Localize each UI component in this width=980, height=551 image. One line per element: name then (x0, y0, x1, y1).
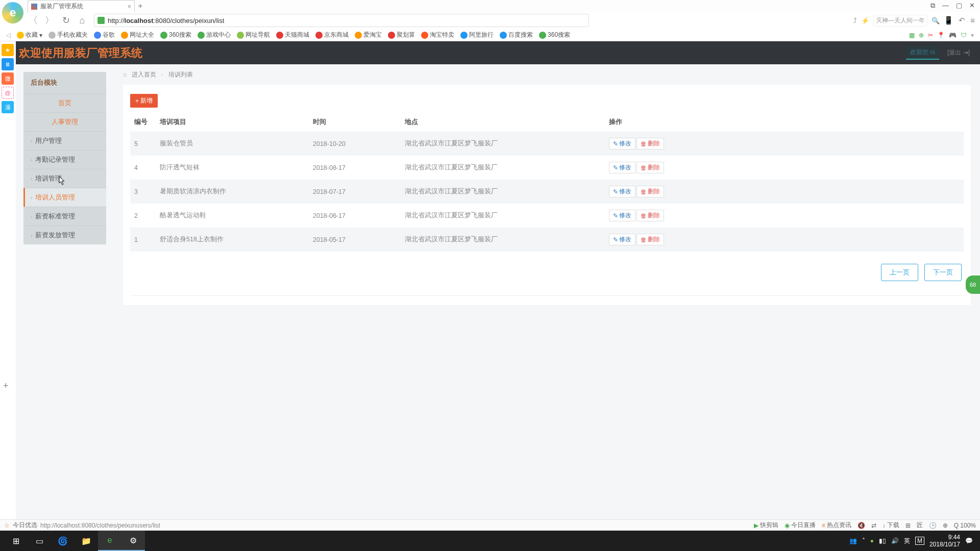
status-toggle-icon[interactable]: ⇄ (871, 522, 876, 529)
taskbar-gear-icon[interactable]: ⚙ (121, 531, 145, 551)
delete-button[interactable]: 🗑删除 (636, 162, 664, 173)
bookmark-google[interactable]: 谷歌 (94, 31, 115, 39)
status-live[interactable]: ◉今日直播 (785, 521, 816, 530)
sidebar-item-hr[interactable]: 人事管理 (23, 112, 106, 131)
new-tab-button[interactable]: + (135, 2, 146, 11)
side-doc-icon[interactable]: 🗎 (2, 58, 14, 70)
status-news[interactable]: ≡热点资讯 (822, 521, 851, 530)
delete-button[interactable]: 🗑删除 (636, 210, 664, 221)
ext-plus-icon[interactable]: ⊕ (919, 32, 924, 39)
bookmark-aitaobao[interactable]: 爱淘宝 (355, 31, 382, 39)
status-craft-icon[interactable]: 匠 (917, 521, 923, 530)
ext-more-icon[interactable]: ▾ (971, 32, 974, 39)
bookmark-alitrip[interactable]: 阿里旅行 (460, 31, 494, 39)
delete-button[interactable]: 🗑删除 (636, 234, 664, 245)
window-minimize-icon[interactable]: — (942, 2, 949, 10)
taskbar-spiral-icon[interactable]: 🌀 (51, 531, 75, 551)
search-icon[interactable]: 🔍 (932, 17, 940, 24)
status-grid-icon[interactable]: ⊞ (905, 522, 911, 529)
browser-tab[interactable]: 服装厂管理系统 × (28, 0, 135, 12)
status-clip[interactable]: ▶快剪辑 (754, 521, 778, 530)
bookmark-taobao[interactable]: 淘宝特卖 (421, 31, 454, 39)
bookmark-sites[interactable]: 网址大全 (121, 31, 154, 39)
delete-button[interactable]: 🗑删除 (636, 138, 664, 149)
bookmark-mobile[interactable]: 手机收藏夹 (48, 31, 88, 39)
start-button[interactable]: ⊞ (4, 531, 28, 551)
bookmark-360[interactable]: 360搜索 (160, 31, 191, 39)
edit-button[interactable]: ✎修改 (609, 186, 635, 197)
edit-button[interactable]: ✎修改 (609, 162, 635, 173)
tray-keyboard-icon[interactable]: M (915, 537, 924, 545)
mobile-icon[interactable]: 📱 (944, 16, 953, 25)
tray-volume-icon[interactable]: 🔊 (891, 537, 899, 544)
taskbar-clock[interactable]: 9:44 2018/10/17 (929, 534, 960, 548)
sidebar-item-home[interactable]: 首页 (23, 93, 106, 112)
status-clock-icon[interactable]: 🕒 (929, 522, 937, 529)
tray-sync-icon[interactable]: ● (870, 537, 874, 544)
nav-back-icon[interactable]: 〈 (29, 14, 38, 27)
logout-link[interactable]: [退出 ⇥] (947, 48, 970, 57)
search-input[interactable]: 灭神—天人间一年 (873, 15, 927, 27)
bookmark-tmall[interactable]: 天猫商城 (276, 31, 309, 39)
tray-people-icon[interactable]: 👥 (849, 537, 857, 544)
window-pip-icon[interactable]: ⧉ (930, 2, 935, 10)
bookmark-nav[interactable]: 网址导航 (237, 31, 270, 39)
window-maximize-icon[interactable]: ▢ (956, 2, 962, 10)
tray-notifications-icon[interactable]: 💬 (965, 537, 973, 544)
status-zoom[interactable]: Q 100% (954, 522, 976, 529)
ext-game-icon[interactable]: 🎮 (949, 32, 957, 39)
ext-book-icon[interactable]: ▦ (909, 32, 915, 39)
breadcrumb-home-link[interactable]: 进入首页 (132, 70, 156, 79)
undo-icon[interactable]: ↶ (959, 16, 965, 25)
side-comic-icon[interactable]: 漫 (2, 101, 14, 113)
side-at-icon[interactable]: @ (2, 87, 14, 99)
bookmark-games[interactable]: 游戏中心 (198, 31, 231, 39)
tab-close-icon[interactable]: × (128, 3, 131, 10)
sidebar-item-users[interactable]: ›用户管理 (23, 131, 106, 150)
bookmark-fav[interactable]: 收藏 ▾ (17, 31, 42, 39)
cell-loc: 湖北省武汉市江夏区梦飞服装厂 (401, 156, 605, 180)
sidebar-item-salary-std[interactable]: ›薪资标准管理 (23, 207, 106, 226)
window-close-icon[interactable]: ✕ (969, 2, 975, 10)
edit-button[interactable]: ✎修改 (609, 234, 635, 245)
bookmark-360b[interactable]: 360搜索 (539, 31, 570, 39)
edit-button[interactable]: ✎修改 (609, 210, 635, 221)
bookmark-jd[interactable]: 京东商城 (315, 31, 349, 39)
share-icon[interactable]: ⤴ (853, 17, 857, 24)
ext-shield-icon[interactable]: 🛡 (961, 32, 967, 39)
bookmark-baidu[interactable]: 百度搜索 (500, 31, 533, 39)
nav-forward-icon[interactable]: 〉 (45, 14, 54, 27)
taskview-button[interactable]: ▭ (28, 531, 51, 551)
float-badge[interactable]: 68 (966, 276, 980, 294)
menu-icon[interactable]: ≡ (970, 16, 975, 25)
next-page-button[interactable]: 下一页 (924, 264, 962, 281)
ext-cut-icon[interactable]: ✂ (928, 32, 933, 39)
sidebar-item-salary-pay[interactable]: ›薪资发放管理 (23, 226, 106, 244)
taskbar-explorer-icon[interactable]: 📁 (75, 531, 98, 551)
bookmark-prev-icon[interactable]: ◁ (6, 32, 11, 39)
sidebar-item-training[interactable]: ›培训管理 (23, 169, 106, 188)
status-left-label[interactable]: 今日优选 (13, 521, 37, 530)
ext-pin-icon[interactable]: 📍 (937, 32, 945, 39)
nav-home-icon[interactable]: ⌂ (78, 15, 87, 26)
status-plus-icon[interactable]: ⊕ (943, 522, 948, 529)
tray-up-icon[interactable]: ˄ (862, 537, 865, 544)
prev-page-button[interactable]: 上一页 (881, 264, 918, 281)
status-mute-icon[interactable]: 🔇 (857, 522, 865, 529)
side-star-icon[interactable]: ★ (2, 44, 14, 56)
status-download[interactable]: ↓下载 (883, 521, 899, 530)
delete-button[interactable]: 🗑删除 (636, 186, 664, 197)
taskbar-browser-icon[interactable]: e (98, 531, 121, 551)
tray-ime[interactable]: 英 (904, 537, 910, 545)
add-side-tab-icon[interactable]: + (3, 381, 9, 391)
sidebar-item-attendance[interactable]: ›考勤记录管理 (23, 150, 106, 169)
nav-reload-icon[interactable]: ↻ (61, 15, 70, 26)
edit-button[interactable]: ✎修改 (609, 138, 635, 149)
bolt-icon[interactable]: ⚡ (861, 17, 869, 24)
side-weibo-icon[interactable]: 微 (2, 72, 14, 85)
tray-battery-icon[interactable]: ▮▯ (879, 537, 886, 544)
add-button[interactable]: +新增 (130, 94, 158, 108)
bookmark-juhuasuan[interactable]: 聚划算 (388, 31, 415, 39)
url-input[interactable]: http://localhost:8080/clothes/peixun/lis… (94, 14, 589, 27)
sidebar-item-trainees[interactable]: ›培训人员管理 (23, 188, 106, 207)
